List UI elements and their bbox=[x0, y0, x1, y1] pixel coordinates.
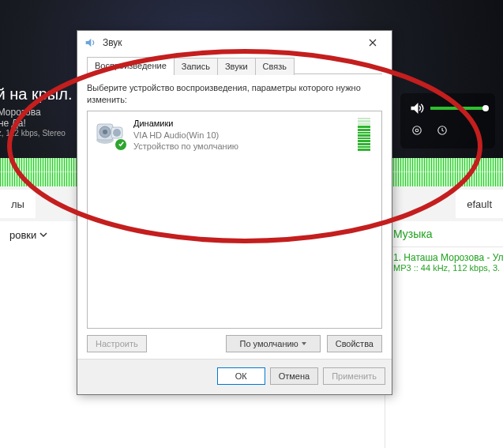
dialog-tabs: Воспроизведение Запись Звуки Связь bbox=[87, 56, 382, 74]
set-default-label: По умолчанию bbox=[239, 339, 298, 348]
toolbar-files-tab[interactable]: лы bbox=[0, 190, 36, 218]
svg-point-1 bbox=[415, 129, 419, 132]
volume-slider[interactable] bbox=[430, 107, 486, 110]
loop-icon[interactable] bbox=[411, 125, 422, 136]
svg-point-8 bbox=[103, 130, 107, 134]
chevron-down-icon bbox=[39, 231, 47, 239]
device-item[interactable]: Динамики VIA HD Audio(Win 10) Устройство… bbox=[89, 113, 380, 158]
device-speaker-icon bbox=[94, 118, 126, 149]
dialog-title: Звук bbox=[103, 37, 122, 48]
sound-dialog: Звук Воспроизведение Запись Звуки Связь … bbox=[77, 30, 392, 395]
svg-marker-4 bbox=[86, 39, 92, 47]
tab-communications[interactable]: Связь bbox=[255, 58, 295, 75]
sort-dropdown[interactable]: ровки bbox=[0, 229, 57, 241]
device-actions-row: Настроить По умолчанию Свойства bbox=[87, 335, 382, 352]
set-default-button[interactable]: По умолчанию bbox=[226, 335, 321, 352]
clock-icon[interactable] bbox=[437, 125, 448, 136]
tab-recording[interactable]: Запись bbox=[174, 58, 218, 75]
instruction-text: Выберите устройство воспроизведения, пар… bbox=[87, 82, 382, 106]
close-icon bbox=[369, 39, 377, 47]
level-meter bbox=[358, 118, 370, 151]
close-button[interactable] bbox=[358, 32, 387, 53]
device-driver: VIA HD Audio(Win 10) bbox=[133, 130, 350, 141]
cancel-button[interactable]: Отмена bbox=[270, 367, 318, 385]
device-status: Устройство по умолчанию bbox=[133, 141, 350, 152]
svg-marker-0 bbox=[411, 104, 418, 113]
playlist-panel: Музыка 1. Наташа Морозова - Ул MP3 :: 44… bbox=[385, 221, 503, 448]
dialog-footer: ОК Отмена Применить bbox=[77, 359, 392, 394]
playlist-item-title[interactable]: 1. Наташа Морозова - Ул bbox=[385, 247, 503, 263]
svg-point-2 bbox=[413, 126, 422, 135]
toolbar-default-tab[interactable]: efault bbox=[456, 190, 503, 218]
volume-icon[interactable] bbox=[410, 101, 424, 115]
device-name: Динамики bbox=[133, 118, 350, 130]
dialog-titlebar[interactable]: Звук bbox=[77, 31, 392, 55]
apply-button[interactable]: Применить bbox=[323, 367, 385, 385]
volume-panel bbox=[400, 93, 495, 149]
dialog-body: Воспроизведение Запись Звуки Связь Выбер… bbox=[77, 55, 392, 359]
playlist-item-meta: MP3 :: 44 kHz, 112 kbps, 3. bbox=[385, 263, 503, 277]
chevron-down-icon bbox=[302, 342, 306, 345]
properties-button[interactable]: Свойства bbox=[327, 335, 382, 352]
default-device-check-icon bbox=[114, 138, 127, 151]
speaker-small-icon bbox=[84, 36, 96, 49]
ok-button[interactable]: ОК bbox=[217, 367, 265, 385]
configure-button[interactable]: Настроить bbox=[87, 335, 147, 352]
playlist-header[interactable]: Музыка bbox=[385, 221, 503, 247]
tab-playback[interactable]: Воспроизведение bbox=[87, 57, 175, 74]
device-list[interactable]: Динамики VIA HD Audio(Win 10) Устройство… bbox=[87, 111, 382, 329]
svg-point-10 bbox=[113, 129, 121, 137]
tab-sounds[interactable]: Звуки bbox=[217, 58, 256, 75]
sort-label: ровки bbox=[9, 229, 36, 241]
